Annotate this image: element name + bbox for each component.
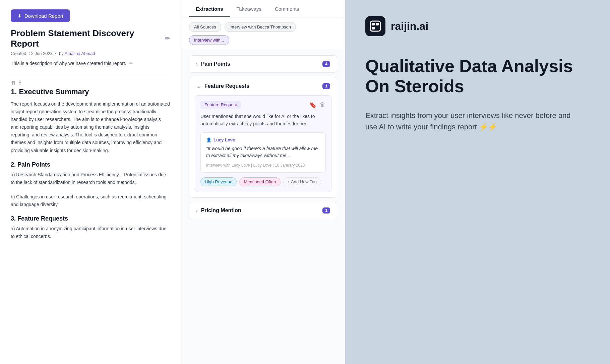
report-title: Problem Statement Discovery Report ✏ — [11, 28, 170, 49]
report-description: This is a description of why we have cre… — [11, 61, 170, 66]
svg-rect-2 — [372, 27, 375, 29]
middle-panel: Extractions Takeaways Comments All Sourc… — [181, 0, 345, 364]
brand-header: raijin.ai — [365, 16, 590, 36]
tab-takeaways[interactable]: Takeaways — [230, 0, 268, 17]
quote-text: "It would be good if there's a feature t… — [206, 145, 320, 160]
accordion-pain-points-header[interactable]: › Pain Points 4 — [189, 56, 337, 72]
section2-heading: 2. Pain Points — [11, 161, 170, 168]
filter-interview-with[interactable]: Interview with... — [189, 35, 229, 45]
accordion-feature-requests-body: Feature Request 🔖 🗑 User mentioned that … — [189, 95, 337, 197]
trash-icon[interactable]: 🗑 — [11, 80, 16, 86]
quote-block: 👤 Lucy Love "It would be good if there's… — [200, 132, 326, 173]
card-description: User mentioned that she would like for A… — [200, 113, 326, 128]
section1-body: The report focuses on the development an… — [11, 100, 170, 155]
section3-body: a) Automation in anonymizing participant… — [11, 225, 170, 240]
card-actions: 🔖 🗑 — [309, 101, 326, 109]
section2-body-a: a) Research Standardization and Process … — [11, 171, 170, 186]
tag-high-revenue[interactable]: High Revenue — [200, 177, 237, 186]
accordion-feature-requests-left: ⌄ Feature Requests — [196, 82, 249, 90]
divider — [11, 73, 170, 73]
filter-all-sources[interactable]: All Sources — [189, 22, 221, 32]
chevron-right-pricing-icon: › — [196, 208, 198, 213]
delete-card-icon[interactable]: 🗑 — [320, 101, 326, 109]
bookmark-icon[interactable]: 🔖 — [309, 101, 316, 109]
accordion-pain-points: › Pain Points 4 — [189, 55, 337, 73]
accordion-feature-requests: ⌄ Feature Requests 1 Feature Request 🔖 🗑 — [189, 77, 337, 198]
card-type-badge: Feature Request — [200, 101, 241, 109]
author-link[interactable]: Amalina Ahmad — [65, 51, 95, 56]
accordion-pricing-mention-header[interactable]: › Pricing Mention 1 — [189, 202, 337, 219]
chevron-right-icon: › — [196, 61, 198, 67]
feature-requests-title: Feature Requests — [204, 83, 249, 89]
accordion-pricing-mention-left: › Pricing Mention — [196, 207, 241, 214]
download-icon: ⬇ — [17, 13, 22, 19]
download-report-button[interactable]: ⬇ Download Report — [11, 9, 70, 22]
tags-row: High Revenue Mentioned Often + Add New T… — [200, 177, 326, 186]
section3-heading: 3. Feature Requests — [11, 215, 170, 222]
section2-body-b: b) Challenges in user research operation… — [11, 193, 170, 208]
tab-extractions[interactable]: Extractions — [189, 0, 230, 17]
left-panel: ⬇ Download Report Problem Statement Disc… — [0, 0, 181, 364]
pain-points-title: Pain Points — [201, 61, 230, 67]
tagline: Qualitative Data Analysis On Steroids — [365, 56, 590, 97]
svg-rect-0 — [370, 21, 380, 31]
brand-name: raijin.ai — [391, 20, 428, 33]
tab-comments[interactable]: Comments — [268, 0, 306, 17]
pain-points-badge: 4 — [322, 61, 330, 67]
add-new-tag-button[interactable]: + Add New Tag — [283, 177, 321, 186]
section1-controls: 🗑 ⠿ — [11, 80, 170, 86]
pricing-mention-badge: 1 — [322, 207, 330, 214]
drag-icon[interactable]: ⠿ — [18, 80, 22, 86]
filter-becca-thompson[interactable]: Interview with Becca Thompson — [225, 22, 296, 32]
accordion-feature-requests-header[interactable]: ⌄ Feature Requests 1 — [189, 77, 337, 95]
card-top: Feature Request 🔖 🗑 — [200, 101, 326, 109]
right-panel: raijin.ai Qualitative Data Analysis On S… — [345, 0, 610, 364]
accordion-pricing-mention: › Pricing Mention 1 — [189, 202, 337, 219]
edit-desc-icon[interactable]: ✏ — [129, 61, 133, 66]
pricing-mention-title: Pricing Mention — [201, 207, 241, 214]
user-icon: 👤 — [206, 137, 211, 142]
edit-title-icon[interactable]: ✏ — [165, 35, 170, 42]
tag-mentioned-often[interactable]: Mentioned Often — [239, 177, 280, 186]
sub-tagline: Extract insights from your user intervie… — [365, 110, 573, 133]
source-filters: All Sources Interview with Becca Thompso… — [181, 17, 345, 50]
brand-logo — [365, 16, 385, 36]
feature-requests-badge: 1 — [322, 83, 330, 89]
svg-rect-3 — [376, 23, 379, 25]
section1-heading: 1. Executive Summary — [11, 87, 170, 96]
accordion-pain-points-left: › Pain Points — [196, 61, 230, 67]
report-meta: Created: 12 Jun 2023 • by Amalina Ahmad — [11, 51, 170, 56]
chevron-down-icon: ⌄ — [196, 82, 201, 90]
tabs-bar: Extractions Takeaways Comments — [181, 0, 345, 17]
extraction-card: Feature Request 🔖 🗑 User mentioned that … — [195, 95, 331, 192]
svg-rect-1 — [372, 23, 375, 25]
extractions-content: › Pain Points 4 ⌄ Feature Requests 1 Fe — [181, 50, 345, 364]
quote-author: 👤 Lucy Love — [206, 137, 320, 142]
quote-meta: Interview with Lucy Love | Lucy Love | 1… — [206, 163, 320, 168]
